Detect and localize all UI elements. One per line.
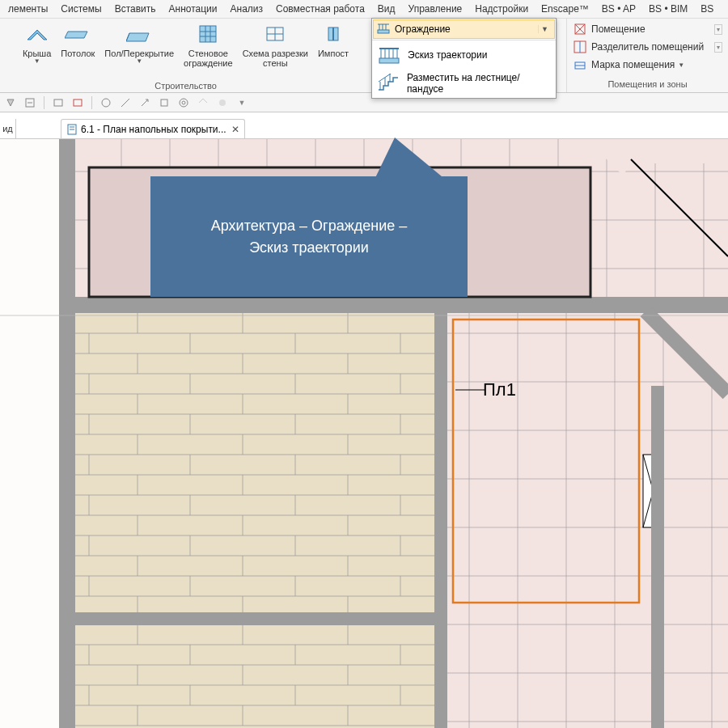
menu-item[interactable]: BS • AP bbox=[595, 3, 642, 15]
railing-dropdown-label: Ограждение bbox=[395, 23, 451, 35]
menu-item[interactable]: лементы bbox=[2, 3, 54, 15]
room-separator-label: Разделитель помещений bbox=[591, 41, 704, 53]
svg-rect-79 bbox=[447, 313, 728, 728]
qat-icon[interactable] bbox=[176, 95, 191, 110]
callout-line1: Архитектура – Ограждение – bbox=[211, 215, 407, 237]
svg-rect-2 bbox=[200, 26, 216, 42]
separator bbox=[44, 96, 44, 109]
sketch-path-icon bbox=[377, 44, 401, 66]
qat-icon[interactable] bbox=[138, 95, 152, 110]
qat-icon[interactable] bbox=[23, 95, 37, 110]
qat-icon[interactable] bbox=[51, 95, 66, 110]
qat-icon[interactable] bbox=[99, 95, 113, 110]
menu-item[interactable]: Совместная работа bbox=[269, 3, 371, 15]
menu-item[interactable]: Надстройки bbox=[468, 3, 535, 15]
menu-item[interactable]: Анализ bbox=[224, 3, 270, 15]
chevron-down-icon: ▾ bbox=[714, 24, 722, 35]
qat-icon[interactable] bbox=[157, 95, 171, 110]
room-tag-button[interactable]: Марка помещения ▼ bbox=[570, 56, 725, 74]
mullion-label: Импост bbox=[318, 49, 349, 58]
qat-icon[interactable] bbox=[70, 95, 85, 110]
room-separator-button[interactable]: Разделитель помещений ▾ bbox=[570, 38, 725, 56]
curtain-grid-icon bbox=[262, 23, 288, 46]
floor-icon bbox=[126, 23, 152, 46]
curtain-wall-label: Стеновое ограждение bbox=[184, 49, 233, 68]
room-icon bbox=[573, 22, 587, 36]
chevron-down-icon[interactable]: ▼ bbox=[235, 95, 249, 110]
room-tag-label: Марка помещения bbox=[591, 59, 675, 70]
room-separator-icon bbox=[573, 40, 587, 54]
railing-dropdown-head[interactable]: Ограждение ▼ bbox=[373, 19, 555, 39]
place-on-stair-icon bbox=[377, 73, 400, 94]
svg-rect-103 bbox=[75, 313, 434, 612]
document-tab-bar: ид 6.1 - План напольных покрыти... ✕ bbox=[0, 112, 728, 139]
place-on-stair-item[interactable]: Разместить на лестнице/пандусе bbox=[372, 69, 556, 98]
curtain-grid-button[interactable]: Схема разрезки стены bbox=[238, 20, 313, 80]
menu-item[interactable]: Вставить bbox=[108, 3, 163, 15]
roof-button[interactable]: Крыша ▼ bbox=[18, 20, 56, 80]
document-tab-label: 6.1 - План напольных покрыти... bbox=[81, 124, 226, 135]
chevron-down-icon: ▼ bbox=[34, 58, 40, 66]
document-tab[interactable]: 6.1 - План напольных покрыти... ✕ bbox=[61, 119, 245, 138]
menu-item[interactable]: Вид bbox=[371, 3, 402, 15]
menu-item[interactable]: Системы bbox=[54, 3, 108, 15]
menu-item[interactable]: BS bbox=[694, 3, 720, 15]
place-on-stair-label: Разместить на лестнице/пандусе bbox=[407, 72, 551, 95]
menu-item[interactable]: Enscape™ bbox=[535, 3, 595, 15]
svg-marker-0 bbox=[28, 30, 47, 40]
qat-icon[interactable] bbox=[3, 95, 18, 110]
menu-bar: лементы Системы Вставить Аннотации Анали… bbox=[0, 0, 728, 18]
svg-line-35 bbox=[379, 74, 393, 82]
svg-point-39 bbox=[102, 99, 110, 107]
menu-item[interactable]: Аннотации bbox=[163, 3, 224, 15]
floor-button[interactable]: Пол/Перекрытие ▼ bbox=[99, 20, 179, 80]
svg-rect-51 bbox=[434, 310, 447, 728]
qat-icon[interactable] bbox=[118, 95, 133, 110]
ribbon: Крыша ▼ Потолок Пол/Перекрытие ▼ bbox=[0, 18, 728, 93]
svg-rect-49 bbox=[59, 297, 728, 313]
menu-item[interactable]: BS • BIM bbox=[642, 3, 694, 15]
curtain-wall-button[interactable]: Стеновое ограждение bbox=[179, 20, 238, 80]
qat-icon[interactable] bbox=[215, 95, 230, 110]
railing-dropdown: Ограждение ▼ Эскиз траектории Разместить… bbox=[371, 18, 557, 99]
document-icon bbox=[66, 124, 78, 135]
roof-icon bbox=[24, 23, 50, 46]
svg-rect-40 bbox=[161, 99, 167, 106]
qat-icon[interactable] bbox=[196, 95, 210, 110]
ceiling-label: Потолок bbox=[61, 49, 95, 58]
chevron-down-icon: ▼ bbox=[136, 58, 142, 66]
mullion-icon bbox=[320, 23, 346, 46]
svg-rect-102 bbox=[651, 386, 664, 728]
sketch-path-item[interactable]: Эскиз траектории bbox=[372, 41, 556, 69]
curtain-wall-icon bbox=[195, 23, 221, 46]
svg-point-41 bbox=[180, 99, 188, 107]
room-button[interactable]: Помещение ▾ bbox=[570, 20, 725, 38]
quick-access-toolbar: ▼ bbox=[0, 93, 728, 112]
separator bbox=[372, 40, 556, 40]
room-tag-icon bbox=[573, 57, 587, 72]
railing-icon bbox=[377, 22, 392, 36]
svg-rect-38 bbox=[74, 99, 82, 106]
close-icon[interactable]: ✕ bbox=[231, 124, 239, 135]
ceiling-icon bbox=[65, 23, 91, 46]
instruction-callout: Архитектура – Ограждение – Эскиз траекто… bbox=[150, 176, 468, 297]
sketch-path-label: Эскиз траектории bbox=[408, 49, 487, 61]
chevron-down-icon: ▼ bbox=[678, 61, 684, 69]
ceiling-button[interactable]: Потолок bbox=[56, 20, 99, 80]
mullion-button[interactable]: Импост bbox=[313, 20, 353, 80]
svg-rect-53 bbox=[645, 297, 728, 311]
callout-line2: Эскиз траектории bbox=[211, 237, 407, 259]
separator bbox=[91, 96, 92, 109]
home-tab[interactable]: ид bbox=[0, 119, 16, 138]
svg-point-43 bbox=[219, 99, 226, 106]
rooms-panel-label: Помещения и зоны bbox=[570, 78, 725, 91]
svg-rect-25 bbox=[379, 58, 399, 63]
svg-rect-37 bbox=[54, 99, 62, 106]
menu-item[interactable]: Управление bbox=[402, 3, 469, 15]
svg-rect-48 bbox=[59, 139, 75, 728]
room-tag-label: Пл1 bbox=[483, 379, 516, 400]
curtain-grid-label: Схема разрезки стены bbox=[243, 49, 308, 68]
svg-rect-104 bbox=[75, 625, 434, 728]
panel-build-label: Строительство bbox=[154, 80, 217, 92]
chevron-down-icon: ▼ bbox=[538, 25, 551, 33]
